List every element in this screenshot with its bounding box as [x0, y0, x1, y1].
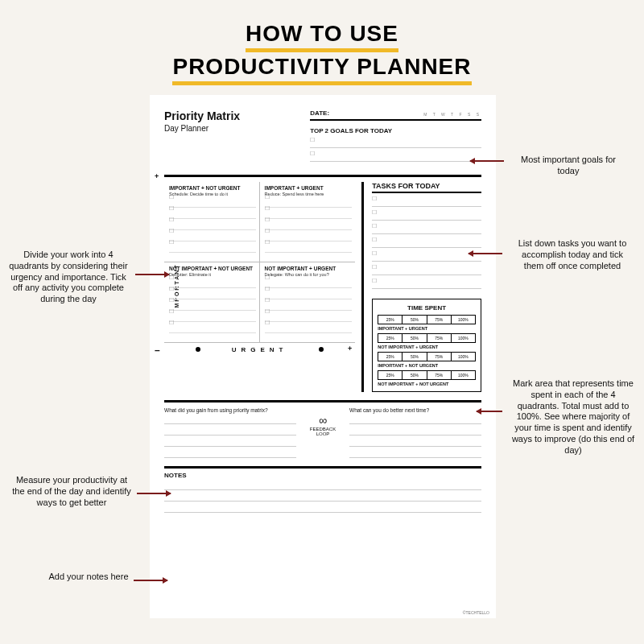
task-line[interactable]	[265, 314, 353, 322]
attribution: ©TECHTELLO	[463, 610, 489, 615]
write-line[interactable]	[164, 505, 481, 513]
minus-icon: –	[155, 345, 165, 356]
feedback-question-left: What did you gain from using priority ma…	[164, 407, 296, 413]
task-line[interactable]	[265, 200, 353, 208]
infinity-icon: ∞	[303, 414, 343, 427]
divider	[164, 400, 481, 402]
write-line[interactable]	[164, 439, 296, 447]
task-line[interactable]	[265, 233, 353, 242]
quadrant-subtext: Delegate: Who can do it for you?	[265, 272, 353, 277]
pct-cell[interactable]: 75%	[427, 315, 452, 324]
task-line[interactable]	[169, 325, 256, 333]
quadrant-subtext: Schedule: Decide time to do it	[169, 192, 256, 196]
pct-cell[interactable]: 25%	[378, 315, 402, 324]
planner-title: Priority Matrix	[164, 109, 310, 122]
task-line[interactable]	[265, 303, 353, 311]
task-line[interactable]	[169, 222, 256, 230]
feedback-section: What did you gain from using priority ma…	[164, 407, 481, 458]
task-line[interactable]	[169, 211, 256, 219]
task-line[interactable]	[372, 283, 481, 289]
goal-line[interactable]	[310, 142, 481, 148]
annotation-text: List down tasks you want to accomplish t…	[518, 238, 627, 270]
task-line[interactable]	[265, 245, 353, 253]
percent-row[interactable]: 25% 50% 75% 100%	[378, 352, 476, 361]
ts-label: NOT IMPORTANT + URGENT	[378, 345, 476, 349]
pct-cell[interactable]: 100%	[452, 370, 476, 380]
tasks-label: TASKS FOR TODAY	[372, 182, 481, 193]
quadrant-subtext: Reduce: Spend less time here	[265, 192, 353, 196]
pct-cell[interactable]: 50%	[402, 315, 427, 324]
percent-row[interactable]: 25% 50% 75% 100%	[378, 370, 476, 380]
task-line[interactable]	[265, 291, 353, 299]
pct-cell[interactable]: 25%	[378, 333, 402, 343]
annotation-notes: Add your notes here	[48, 572, 129, 583]
write-line[interactable]	[164, 450, 296, 458]
task-line[interactable]	[372, 270, 481, 275]
write-line[interactable]	[164, 416, 296, 424]
percent-row[interactable]: 25% 50% 75% 100%	[378, 333, 476, 343]
write-line[interactable]	[164, 482, 481, 490]
task-line[interactable]	[169, 233, 256, 242]
write-line[interactable]	[164, 427, 296, 436]
title-line-1: HOW TO USE	[246, 19, 398, 52]
pct-cell[interactable]: 50%	[402, 370, 427, 380]
quadrant-subtext: Declutter: Eliminate it	[169, 272, 256, 277]
goal-line[interactable]	[310, 156, 481, 162]
pct-cell[interactable]: 75%	[427, 333, 452, 343]
arrow-icon	[477, 411, 502, 412]
write-line[interactable]	[349, 450, 481, 458]
task-line[interactable]	[169, 280, 256, 288]
arrow-icon	[135, 274, 169, 275]
pct-cell[interactable]: 50%	[402, 333, 427, 343]
task-line[interactable]	[265, 280, 353, 288]
task-line[interactable]	[265, 325, 353, 333]
quadrant-heading: NOT IMPORTANT + NOT URGENT	[169, 266, 256, 271]
percent-row[interactable]: 25% 50% 75% 100%	[378, 315, 476, 324]
feedback-question-right: What can you do better next time?	[349, 407, 481, 413]
task-line[interactable]	[372, 229, 481, 234]
weekday-letters: M T W T F S S	[423, 112, 481, 117]
arrow-icon	[137, 493, 171, 494]
annotation-text: Add your notes here	[48, 572, 128, 581]
annotation-feedback: Measure your productivity at the end of …	[11, 475, 132, 508]
pct-cell[interactable]: 75%	[427, 370, 452, 380]
pct-cell[interactable]: 100%	[452, 352, 476, 361]
pct-cell[interactable]: 75%	[427, 352, 452, 361]
quadrant-important-urgent: IMPORTANT + URGENT Reduce: Spend less ti…	[260, 182, 356, 262]
task-line[interactable]	[169, 314, 256, 322]
plus-icon: +	[155, 172, 159, 180]
task-line[interactable]	[372, 256, 481, 262]
write-line[interactable]	[349, 427, 481, 436]
title-line-2: PRODUCTIVITY PLANNER	[172, 52, 471, 85]
dot-icon	[196, 347, 200, 352]
task-line[interactable]	[169, 245, 256, 253]
arrow-icon	[134, 580, 167, 581]
write-line[interactable]	[349, 439, 481, 447]
axis-urgent-row: – URGENT +	[164, 346, 355, 353]
pct-cell[interactable]: 25%	[378, 352, 402, 361]
plus-icon: +	[348, 345, 357, 353]
task-line[interactable]	[265, 211, 353, 219]
priority-matrix: IMPORTANT IMPORTANT + NOT URGENT Schedul…	[164, 182, 364, 392]
pct-cell[interactable]: 100%	[452, 315, 476, 324]
write-line[interactable]	[349, 416, 481, 424]
annotation-text: Divide your work into 4 quadrants by con…	[9, 250, 127, 303]
pct-cell[interactable]: 25%	[378, 370, 402, 380]
task-line[interactable]	[169, 303, 256, 311]
pct-cell[interactable]: 100%	[452, 333, 476, 343]
task-line[interactable]	[265, 222, 353, 230]
annotation-text: Mark area that represents time spent in …	[512, 378, 634, 455]
task-line[interactable]	[372, 201, 481, 207]
ts-label: IMPORTANT + NOT URGENT	[378, 363, 476, 368]
date-label: DATE:	[310, 109, 329, 117]
write-line[interactable]	[164, 493, 481, 502]
task-line[interactable]	[169, 291, 256, 299]
task-line[interactable]	[372, 215, 481, 221]
pct-cell[interactable]: 50%	[402, 352, 427, 361]
ts-label: IMPORTANT + URGENT	[378, 326, 476, 331]
task-line[interactable]	[169, 200, 256, 208]
arrow-icon	[470, 160, 504, 162]
page-title: HOW TO USE PRODUCTIVITY PLANNER	[0, 0, 644, 85]
planner-subtitle: Day Planner	[164, 124, 310, 133]
task-line[interactable]	[372, 242, 481, 248]
